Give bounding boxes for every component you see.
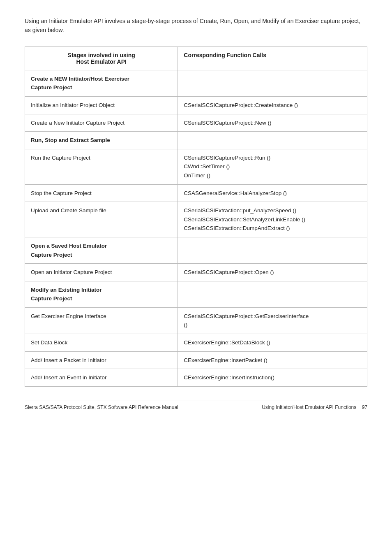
table-cell-col2 [178,70,367,96]
section-header-text: Capture Project [31,252,72,258]
table-row: Open an Initiator Capture ProjectCSerial… [25,264,367,281]
table-row: Run, Stop and Extract Sample [25,132,367,149]
table-cell-col2: CSerialSCSICaptureProject::GetExerciserI… [178,307,367,334]
table-row: Upload and Create Sample fileCSerialSCSI… [25,202,367,237]
table-cell-col1: Add/ Insert a Packet in Initiator [25,351,178,369]
col1-header-line2: Host Emulator API [76,58,126,65]
section-header-text: Run, Stop and Extract Sample [31,137,110,143]
table-cell-col2 [178,281,367,307]
section-header-text: Capture Project [31,295,72,302]
table-cell-col1: Create a NEW Initiator/Host ExerciserCap… [25,70,178,96]
table-cell-col2: CSerialSCSICaptureProject::Open () [178,264,367,281]
table-cell-col1: Run the Capture Project [25,149,178,184]
table-row: Create a NEW Initiator/Host ExerciserCap… [25,70,367,96]
table-cell-col1: Run, Stop and Extract Sample [25,132,178,149]
table-row: Stop the Capture ProjectCSASGeneralServi… [25,184,367,202]
table-cell-col1: Add/ Insert an Event in Initiator [25,369,178,387]
table-cell-col2 [178,237,367,263]
page-footer: Sierra SAS/SATA Protocol Suite, STX Soft… [25,400,367,410]
section-header-text: Modify an Existing Initiator [31,287,102,293]
table-cell-col1: Initialize an Initiator Project Object [25,96,178,114]
table-row: Create a New Initiator Capture ProjectCS… [25,114,367,132]
table-cell-col1: Open an Initiator Capture Project [25,264,178,281]
footer-page-number: 97 [362,404,367,410]
table-row: Open a Saved Host EmulatorCapture Projec… [25,237,367,263]
table-row: Initialize an Initiator Project ObjectCS… [25,96,367,114]
table-cell-col1: Open a Saved Host EmulatorCapture Projec… [25,237,178,263]
table-row: Modify an Existing InitiatorCapture Proj… [25,281,367,307]
table-cell-col1: Set Data Block [25,334,178,352]
section-header-text: Capture Project [31,84,72,91]
footer-right: Using Initiator/Host Emulator API Functi… [262,404,367,410]
table-cell-col2 [178,132,367,149]
table-cell-col1: Modify an Existing InitiatorCapture Proj… [25,281,178,307]
table-cell-col2: CExerciserEngine::InsertInstruction() [178,369,367,387]
table-cell-col2: CSerialSCSIExtraction::put_AnalyzerSpeed… [178,202,367,237]
intro-paragraph: Using an Initiator Emulator API involves… [25,16,367,35]
table-cell-col1: Get Exerciser Engine Interface [25,307,178,334]
table-cell-col2: CExerciserEngine::InsertPacket () [178,351,367,369]
col1-header-line1: Stages involved in using [68,52,135,58]
table-cell-col1: Stop the Capture Project [25,184,178,202]
table-header-row: Stages involved in using Host Emulator A… [25,46,367,70]
section-header-text: Create a NEW Initiator/Host Exerciser [31,76,129,82]
table-row: Run the Capture ProjectCSerialSCSICaptur… [25,149,367,184]
footer-section-title: Using Initiator/Host Emulator API Functi… [262,404,356,410]
footer-left: Sierra SAS/SATA Protocol Suite, STX Soft… [25,404,178,410]
table-row: Get Exerciser Engine InterfaceCSerialSCS… [25,307,367,334]
table-cell-col2: CSASGeneralService::HalAnalyzerStop () [178,184,367,202]
col2-header: Corresponding Function Calls [178,46,367,70]
section-header-text: Open a Saved Host Emulator [31,243,107,249]
table-cell-col2: CExerciserEngine::SetDataBlock () [178,334,367,352]
table-cell-col2: CSerialSCSICaptureProject::CreateInstanc… [178,96,367,114]
table-cell-col2: CSerialSCSICaptureProject::Run ()CWnd::S… [178,149,367,184]
col1-header: Stages involved in using Host Emulator A… [25,46,178,70]
table-cell-col1: Create a New Initiator Capture Project [25,114,178,132]
table-cell-col2: CSerialSCSICaptureProject::New () [178,114,367,132]
table-row: Set Data BlockCExerciserEngine::SetDataB… [25,334,367,352]
table-row: Add/ Insert an Event in InitiatorCExerci… [25,369,367,387]
table-row: Add/ Insert a Packet in InitiatorCExerci… [25,351,367,369]
table-cell-col1: Upload and Create Sample file [25,202,178,237]
api-table: Stages involved in using Host Emulator A… [25,46,367,387]
